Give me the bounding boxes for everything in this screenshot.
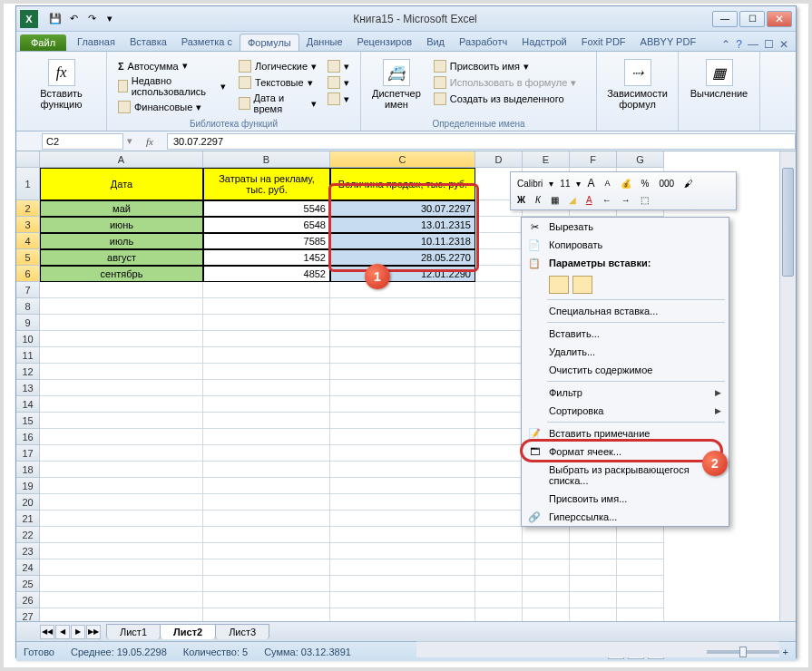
cell-empty[interactable] — [40, 576, 203, 592]
menu-filter[interactable]: Фильтр▶ — [522, 384, 729, 402]
vertical-scrollbar[interactable] — [779, 151, 796, 621]
doc-max-icon[interactable]: ☐ — [764, 38, 774, 51]
cell-empty[interactable] — [330, 380, 475, 396]
cell-empty[interactable] — [475, 413, 523, 429]
cell-empty[interactable] — [203, 429, 330, 445]
row-header-24[interactable]: 24 — [16, 559, 40, 576]
paste-option-1[interactable] — [549, 276, 569, 294]
cell-empty[interactable] — [330, 608, 475, 621]
cell-cost-6[interactable]: 4852 — [203, 266, 330, 282]
zoom-thumb[interactable] — [739, 647, 747, 657]
col-header-D[interactable]: D — [475, 151, 523, 168]
cell-empty[interactable] — [40, 608, 203, 621]
sheet-tab-2[interactable]: Лист2 — [160, 624, 216, 639]
col-header-E[interactable]: E — [523, 151, 570, 168]
row-header-21[interactable]: 21 — [16, 511, 40, 527]
cell-cost-5[interactable]: 1452 — [203, 249, 330, 266]
cell-empty[interactable] — [475, 396, 523, 413]
cell-empty[interactable] — [330, 347, 475, 364]
cell-empty[interactable] — [475, 266, 523, 282]
more-fn-2[interactable]: ▾ — [324, 75, 353, 90]
sheet-nav-0[interactable]: ◀◀ — [40, 625, 54, 639]
cell-empty[interactable] — [523, 576, 570, 592]
menu-delete[interactable]: Удалить... — [522, 343, 729, 361]
cell-empty[interactable] — [203, 347, 330, 364]
cell-empty[interactable] — [203, 380, 330, 396]
cell-empty[interactable] — [330, 527, 475, 543]
qat-dropdown-icon[interactable]: ▾ — [102, 11, 118, 27]
assign-name-button[interactable]: Присвоить имя ▾ — [430, 59, 581, 73]
cell-empty[interactable] — [523, 543, 570, 559]
cell-empty[interactable] — [330, 511, 475, 527]
header-sales[interactable]: Величина продаж, тыс. руб. — [330, 168, 475, 200]
cell-empty[interactable] — [40, 494, 203, 511]
cell-empty[interactable] — [330, 429, 475, 445]
grow-font-icon[interactable]: A — [583, 175, 598, 191]
cell-empty[interactable] — [617, 592, 664, 608]
cell-empty[interactable] — [203, 462, 330, 478]
cell-empty[interactable] — [475, 543, 523, 559]
row-header-2[interactable]: 2 — [16, 200, 40, 217]
cell-empty[interactable] — [475, 462, 523, 478]
cell-empty[interactable] — [475, 576, 523, 592]
row-header-19[interactable]: 19 — [16, 478, 40, 494]
cell-empty[interactable] — [40, 396, 203, 413]
cell-empty[interactable] — [617, 543, 664, 559]
cell-empty[interactable] — [475, 429, 523, 445]
file-tab[interactable]: Файл — [20, 34, 66, 51]
financial-button[interactable]: Финансовые ▾ — [114, 100, 230, 114]
cell-empty[interactable] — [475, 347, 523, 364]
tab-Вид[interactable]: Вид — [419, 34, 452, 51]
cell-empty[interactable] — [475, 217, 523, 233]
cell-empty[interactable] — [203, 445, 330, 462]
cell-sales-6[interactable]: 12.01.2290 — [330, 266, 475, 282]
cell-empty[interactable] — [330, 315, 475, 331]
tab-Рецензиров[interactable]: Рецензиров — [350, 34, 420, 51]
mini-size[interactable]: 11 — [556, 177, 573, 190]
cell-empty[interactable] — [203, 576, 330, 592]
col-header-G[interactable]: G — [617, 151, 664, 168]
create-sel-button[interactable]: Создать из выделенного — [430, 92, 581, 106]
dec-inc-icon[interactable]: ← — [599, 193, 615, 207]
tab-Разработч[interactable]: Разработч — [452, 34, 514, 51]
border-icon[interactable]: ▦ — [547, 193, 563, 207]
cell-empty[interactable] — [570, 608, 617, 621]
row-header-25[interactable]: 25 — [16, 576, 40, 592]
logical-button[interactable]: Логические ▾ — [235, 59, 320, 73]
cell-empty[interactable] — [330, 462, 475, 478]
dependencies-button[interactable]: ⇢ Зависимостиформул — [604, 55, 670, 113]
cell-empty[interactable] — [330, 364, 475, 380]
tab-ABBYY PDF[interactable]: ABBYY PDF — [633, 34, 704, 51]
cell-empty[interactable] — [617, 559, 664, 576]
close-button[interactable]: ✕ — [767, 11, 792, 27]
cell-empty[interactable] — [330, 494, 475, 511]
more-fn-3[interactable]: ▾ — [324, 92, 353, 106]
header-cost[interactable]: Затраты на рекламу, тыс. руб. — [203, 168, 330, 200]
menu-sort[interactable]: Сортировка▶ — [522, 402, 729, 420]
undo-icon[interactable]: ↶ — [65, 11, 82, 27]
menu-dropdown-list[interactable]: Выбрать из раскрывающегося списка... — [522, 461, 729, 490]
row-header-18[interactable]: 18 — [16, 462, 40, 478]
cell-empty[interactable] — [475, 445, 523, 462]
mini-font[interactable]: Calibri — [514, 177, 546, 190]
fx-button[interactable]: fx — [140, 136, 160, 147]
menu-assign-name[interactable]: Присвоить имя... — [522, 490, 729, 508]
cell-empty[interactable] — [617, 608, 664, 621]
row-header-8[interactable]: 8 — [16, 298, 40, 315]
cell-sales-2[interactable]: 30.07.2297 — [330, 200, 475, 217]
cell-empty[interactable] — [203, 608, 330, 621]
cell-empty[interactable] — [203, 396, 330, 413]
sheet-tab-1[interactable]: Лист1 — [106, 624, 161, 639]
sheet-nav-3[interactable]: ▶▶ — [86, 625, 101, 639]
cell-empty[interactable] — [40, 559, 203, 576]
cell-empty[interactable] — [523, 559, 570, 576]
cell-empty[interactable] — [203, 559, 330, 576]
cell-empty[interactable] — [330, 592, 475, 608]
dec-dec-icon[interactable]: → — [618, 193, 634, 207]
cell-empty[interactable] — [570, 559, 617, 576]
cell-date-6[interactable]: сентябрь — [40, 266, 203, 282]
row-header-6[interactable]: 6 — [16, 266, 40, 282]
shrink-font-icon[interactable]: A — [601, 177, 613, 190]
merge-icon[interactable]: ⬚ — [637, 193, 652, 207]
cell-empty[interactable] — [40, 462, 203, 478]
